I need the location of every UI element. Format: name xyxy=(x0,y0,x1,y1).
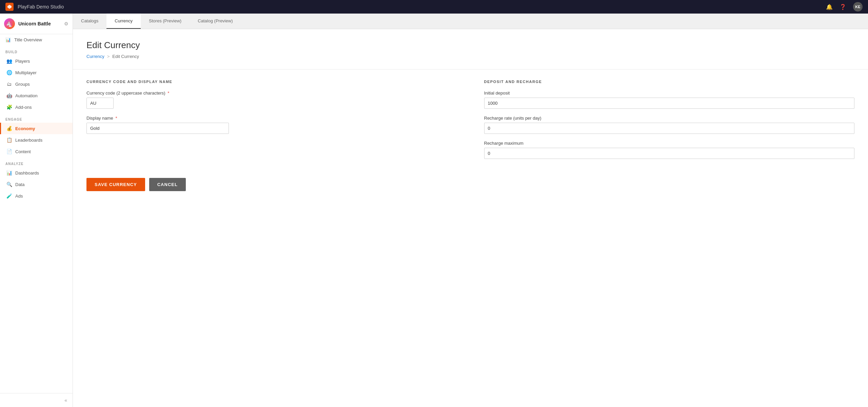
form-section-left: CURRENCY CODE AND DISPLAY NAME Currency … xyxy=(86,80,457,166)
collapse-sidebar-icon[interactable]: « xyxy=(64,398,67,403)
title-overview-label: Title Overview xyxy=(14,37,42,42)
initial-deposit-group: Initial deposit xyxy=(484,90,855,109)
tabs-bar: Catalogs Currency Stores (Preview) Catal… xyxy=(73,14,868,29)
notification-icon[interactable]: 🔔 xyxy=(826,4,833,10)
recharge-max-label: Recharge maximum xyxy=(484,141,855,146)
content-label: Content xyxy=(15,149,31,154)
playfab-logo-icon xyxy=(5,3,14,11)
automation-label: Automation xyxy=(15,93,38,98)
breadcrumb: Currency > Edit Currency xyxy=(86,54,854,59)
dashboards-icon: 📊 xyxy=(6,170,12,176)
app-title: PlayFab Demo Studio xyxy=(18,4,64,9)
currency-code-group: Currency code (2 uppercase characters) * xyxy=(86,90,457,109)
breadcrumb-currency-link[interactable]: Currency xyxy=(86,54,104,59)
sidebar-item-data[interactable]: 🔍 Data xyxy=(0,179,73,190)
sidebar-item-players[interactable]: 👥 Players xyxy=(0,55,73,67)
automation-icon: 🤖 xyxy=(6,93,12,98)
form-sections: CURRENCY CODE AND DISPLAY NAME Currency … xyxy=(86,80,854,166)
currency-code-input[interactable] xyxy=(86,98,114,109)
sidebar-item-multiplayer[interactable]: 🌐 Multiplayer xyxy=(0,67,73,78)
section-analyze-label: ANALYZE xyxy=(0,157,73,167)
form-divider xyxy=(73,69,868,69)
data-icon: 🔍 xyxy=(6,182,12,187)
sidebar-item-groups[interactable]: 🗂 Groups xyxy=(0,78,73,90)
display-name-label: Display name * xyxy=(86,116,457,121)
page-title: Edit Currency xyxy=(86,40,854,50)
currency-code-label: Currency code (2 uppercase characters) * xyxy=(86,90,457,96)
section-left-title: CURRENCY CODE AND DISPLAY NAME xyxy=(86,80,457,84)
form-actions: SAVE CURRENCY CANCEL xyxy=(86,178,854,191)
groups-label: Groups xyxy=(15,82,30,87)
display-name-group: Display name * xyxy=(86,116,457,134)
sidebar-item-title-overview[interactable]: 📊 Title Overview xyxy=(0,34,73,45)
help-icon[interactable]: ❓ xyxy=(840,4,846,10)
economy-icon: 💰 xyxy=(6,126,12,131)
recharge-rate-group: Recharge rate (units per day) xyxy=(484,116,855,134)
sidebar-item-automation[interactable]: 🤖 Automation xyxy=(0,90,73,101)
section-build-label: BUILD xyxy=(0,45,73,55)
topbar-left: PlayFab Demo Studio xyxy=(5,3,64,11)
cancel-button[interactable]: CANCEL xyxy=(149,178,186,191)
recharge-max-group: Recharge maximum xyxy=(484,141,855,159)
breadcrumb-current: Edit Currency xyxy=(112,54,139,59)
recharge-rate-input[interactable] xyxy=(484,123,855,134)
dashboards-label: Dashboards xyxy=(15,170,39,176)
required-star: * xyxy=(167,90,169,96)
app-body: 🦄 Unicorn Battle ⚙ 📊 Title Overview BUIL… xyxy=(0,14,868,407)
settings-icon[interactable]: ⚙ xyxy=(64,21,68,26)
topbar-right: 🔔 ❓ KE xyxy=(826,2,863,12)
form-section-right: DEPOSIT AND RECHARGE Initial deposit Rec… xyxy=(484,80,855,166)
recharge-max-input[interactable] xyxy=(484,148,855,159)
brand-name: Unicorn Battle xyxy=(18,21,61,26)
chart-icon: 📊 xyxy=(5,37,11,42)
sidebar: 🦄 Unicorn Battle ⚙ 📊 Title Overview BUIL… xyxy=(0,14,73,407)
ads-label: Ads xyxy=(15,194,23,199)
recharge-rate-label: Recharge rate (units per day) xyxy=(484,116,855,121)
leaderboards-label: Leaderboards xyxy=(15,138,42,143)
addons-icon: 🧩 xyxy=(6,104,12,110)
tab-currency[interactable]: Currency xyxy=(106,14,141,29)
save-currency-button[interactable]: SAVE CURRENCY xyxy=(86,178,145,191)
multiplayer-icon: 🌐 xyxy=(6,70,12,75)
sidebar-item-ads[interactable]: 🧪 Ads xyxy=(0,190,73,202)
ads-icon: 🧪 xyxy=(6,193,12,199)
multiplayer-label: Multiplayer xyxy=(15,70,37,75)
sidebar-bottom: « xyxy=(0,393,73,407)
sidebar-brand: 🦄 Unicorn Battle ⚙ xyxy=(0,14,73,34)
tab-catalogs[interactable]: Catalogs xyxy=(73,14,106,29)
economy-label: Economy xyxy=(15,126,35,131)
brand-icon: 🦄 xyxy=(4,18,15,29)
players-label: Players xyxy=(15,59,30,64)
section-right-title: DEPOSIT AND RECHARGE xyxy=(484,80,855,84)
sidebar-item-content[interactable]: 📄 Content xyxy=(0,146,73,157)
content-icon: 📄 xyxy=(6,149,12,154)
display-name-input[interactable] xyxy=(86,123,229,134)
main-content: Catalogs Currency Stores (Preview) Catal… xyxy=(73,14,868,407)
initial-deposit-input[interactable] xyxy=(484,98,855,109)
sidebar-item-leaderboards[interactable]: 📋 Leaderboards xyxy=(0,134,73,146)
sidebar-item-dashboards[interactable]: 📊 Dashboards xyxy=(0,167,73,179)
topbar: PlayFab Demo Studio 🔔 ❓ KE xyxy=(0,0,868,14)
user-avatar[interactable]: KE xyxy=(853,2,863,12)
tab-catalog-preview[interactable]: Catalog (Preview) xyxy=(190,14,241,29)
players-icon: 👥 xyxy=(6,58,12,64)
section-engage-label: ENGAGE xyxy=(0,113,73,123)
page-content: Edit Currency Currency > Edit Currency C… xyxy=(73,29,868,407)
addons-label: Add-ons xyxy=(15,105,32,110)
leaderboards-icon: 📋 xyxy=(6,137,12,143)
initial-deposit-label: Initial deposit xyxy=(484,90,855,96)
groups-icon: 🗂 xyxy=(6,81,12,87)
svg-marker-0 xyxy=(7,5,12,9)
breadcrumb-separator: > xyxy=(107,54,110,59)
data-label: Data xyxy=(15,182,24,187)
sidebar-item-economy[interactable]: 💰 Economy xyxy=(0,123,73,134)
sidebar-item-addons[interactable]: 🧩 Add-ons xyxy=(0,101,73,113)
required-star-2: * xyxy=(115,116,117,121)
tab-stores-preview[interactable]: Stores (Preview) xyxy=(141,14,190,29)
